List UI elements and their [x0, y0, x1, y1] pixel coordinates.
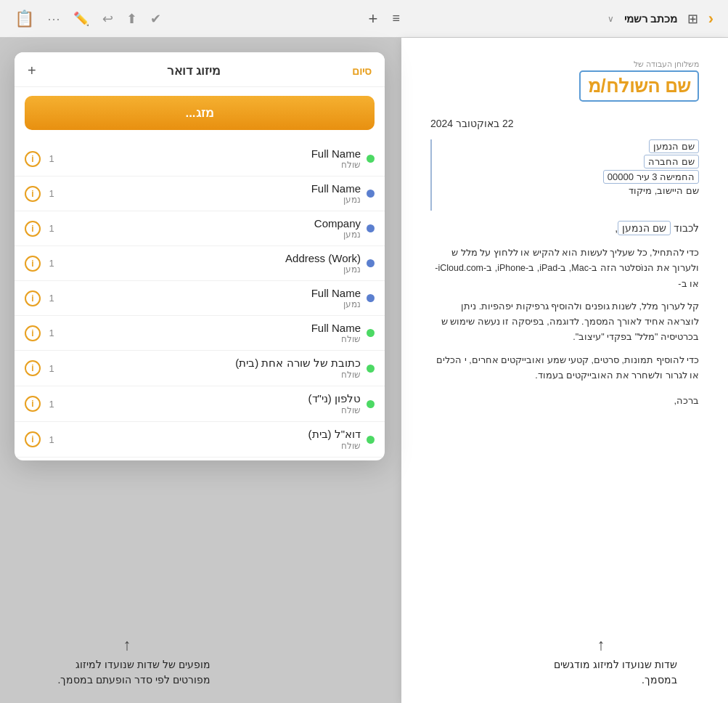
check-icon[interactable]: ✔: [150, 11, 161, 27]
field-name-he: שולח: [62, 334, 361, 344]
undo-icon[interactable]: ↩: [102, 11, 113, 27]
field-status-dot: [367, 294, 375, 302]
field-name-he: שולח: [62, 370, 361, 380]
field-name-area: טלפון (ני"ד) שולח: [62, 392, 361, 415]
field-name-area: כתובת של שורה אחת (בית) שולח: [62, 357, 361, 380]
recipient-field-0: שם הנמען: [649, 139, 699, 153]
document-icon[interactable]: 📋: [15, 9, 34, 28]
field-name-en: Full Name: [62, 147, 361, 160]
field-info-button[interactable]: i: [25, 325, 41, 341]
brand-chevron[interactable]: ∨: [608, 14, 614, 24]
field-name-area: Full Name שולח: [62, 322, 361, 344]
field-count: 1: [46, 188, 57, 199]
document-sheet: משלוחן העבודה של שם השולח/מ 22 באוקטובר …: [401, 38, 728, 703]
field-status-dot: [367, 224, 375, 232]
sender-name-field: שם השולח/מ: [579, 70, 699, 102]
merge-button[interactable]: מזג...: [25, 96, 375, 130]
field-count: 1: [46, 223, 57, 234]
field-row: Full Name שולח 1 i: [15, 316, 385, 351]
field-name-area: Full Name שולח: [62, 147, 361, 170]
doc-date: 22 באוקטובר 2024: [430, 118, 699, 129]
field-name-en: טלפון (ני"ד): [62, 392, 361, 405]
field-row: טלפון (ני"ד) שולח 1 i: [15, 386, 385, 422]
field-list: Full Name שולח 1 i Full Name נמען 1 i Co…: [15, 139, 385, 460]
recipient-block: שם הנמעןשם החברההחמישה 3 עיר 00000שם היי…: [430, 139, 699, 211]
field-name-en: Company: [62, 217, 361, 229]
panel-add-button[interactable]: +: [28, 62, 36, 79]
field-name-area: דוא"ל (בית) שולח: [62, 428, 361, 451]
field-name-area: Full Name נמען: [62, 182, 361, 205]
field-status-dot: [367, 365, 375, 373]
document-title: מכתב רשמי: [624, 12, 677, 25]
field-info-button[interactable]: i: [25, 186, 41, 202]
content-area: + מיזוג דואר סיום מזג... Full Name שולח …: [0, 38, 728, 703]
toolbar-center-group: + ≡: [369, 9, 400, 28]
field-name-he: שולח: [62, 405, 361, 415]
field-name-he: שולח: [62, 441, 361, 451]
greeting-text: לכבוד: [671, 222, 699, 234]
mail-merge-panel: + מיזוג דואר סיום מזג... Full Name שולח …: [15, 52, 385, 460]
field-name-en: כתובת של שורה אחת (בית): [62, 357, 361, 370]
field-name-area: Address (Work) נמען: [62, 252, 361, 275]
field-status-dot: [367, 259, 375, 267]
menu-button[interactable]: ≡: [392, 11, 400, 26]
closing: ברכה,: [430, 395, 699, 406]
field-count: 1: [46, 258, 57, 269]
field-name-he: נמען: [62, 264, 361, 275]
share-icon[interactable]: ⬆: [126, 11, 137, 27]
field-row: Full Name נמען 1 i: [15, 176, 385, 211]
field-name-area: Company נמען: [62, 217, 361, 240]
field-info-button[interactable]: i: [25, 431, 41, 447]
field-row: Address (Work) נמען 1 i: [15, 246, 385, 281]
toolbar: 📋 ⋯ ✏️ ↩ ⬆ ✔ + ≡ ∨ מכתב רשמי ⊞ ›: [0, 0, 728, 38]
field-status-dot: [367, 190, 375, 198]
field-row: Full Name שולח 1 i: [15, 142, 385, 176]
field-count: 1: [46, 363, 57, 374]
recipient-line-3: שם היישוב, מיקוד: [436, 185, 699, 196]
body-paragraph-1: כדי להתחיל, כל שעליך לעשות הוא להקיש או …: [430, 245, 699, 292]
add-button[interactable]: +: [369, 9, 378, 28]
field-status-dot: [367, 329, 375, 337]
panel-title: מיזוג דואר: [36, 63, 352, 78]
field-info-button[interactable]: i: [25, 360, 41, 376]
field-name-he: נמען: [62, 299, 361, 309]
field-info-button[interactable]: i: [25, 151, 41, 167]
field-count: 1: [46, 153, 57, 164]
field-name-he: נמען: [62, 195, 361, 205]
field-count: 1: [46, 328, 57, 338]
field-status-dot: [367, 155, 375, 163]
more-icon[interactable]: ⋯: [47, 11, 60, 27]
field-status-dot: [367, 400, 375, 408]
app-window: 📋 ⋯ ✏️ ↩ ⬆ ✔ + ≡ ∨ מכתב רשמי ⊞ › + מיזוג…: [0, 0, 728, 703]
body-paragraph-2: קל לערוך מלל, לשנות גופנים ולהוסיף גרפיק…: [430, 299, 699, 346]
field-info-button[interactable]: i: [25, 256, 41, 272]
field-name-area: Full Name נמען: [62, 287, 361, 309]
field-count: 1: [46, 399, 57, 410]
nav-arrow[interactable]: ›: [708, 9, 713, 28]
toolbar-left-group: 📋 ⋯ ✏️ ↩ ⬆ ✔: [15, 9, 161, 28]
recipient-line-2: החמישה 3 עיר 00000: [603, 170, 699, 184]
field-count: 1: [46, 434, 57, 445]
edit-icon[interactable]: ✏️: [73, 11, 89, 27]
field-info-button[interactable]: i: [25, 396, 41, 412]
body-paragraph-3: כדי להוסיף תמונות, סרטים, קטעי שמע ואובי…: [430, 353, 699, 384]
sender-label: משלוחן העבודה של: [430, 60, 699, 69]
field-info-button[interactable]: i: [25, 221, 41, 237]
greeting-field: שם הנמען: [618, 221, 671, 235]
field-row: Full Name נמען 1 i: [15, 281, 385, 316]
field-row: Company נמען 1 i: [15, 211, 385, 246]
field-name-en: דוא"ל (בית): [62, 428, 361, 441]
field-name-en: Full Name: [62, 287, 361, 299]
field-name-en: Full Name: [62, 322, 361, 334]
field-status-dot: [367, 436, 375, 444]
field-info-button[interactable]: i: [25, 290, 41, 306]
field-name-en: Address (Work): [62, 252, 361, 264]
panel-header: + מיזוג דואר סיום: [15, 52, 385, 87]
toolbar-right-group: ∨ מכתב רשמי ⊞ ›: [608, 9, 714, 28]
greeting: לכבוד שם הנמען,: [430, 221, 699, 235]
field-count: 1: [46, 293, 57, 304]
field-name-he: שולח: [62, 160, 361, 170]
sidebar-toggle[interactable]: ⊞: [687, 11, 698, 27]
recipient-field-1: שם החברה: [644, 155, 699, 168]
panel-close-button[interactable]: סיום: [352, 65, 372, 78]
